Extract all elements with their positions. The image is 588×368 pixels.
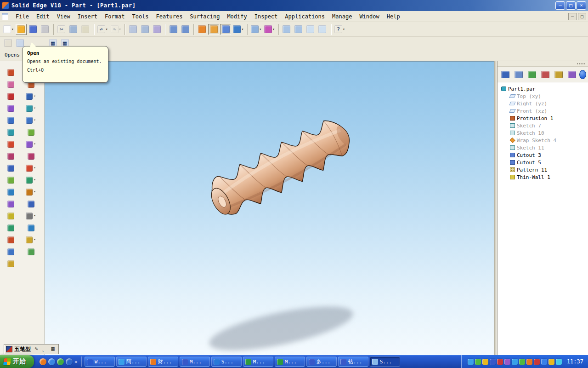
simulation-tab[interactable] (566, 69, 578, 80)
links-button[interactable]: ▾ (139, 24, 150, 35)
construction-button[interactable]: ▾ (24, 210, 38, 221)
task-button[interactable]: 钻... (338, 356, 368, 367)
feature-library-tab[interactable] (553, 69, 565, 80)
tree-item[interactable]: Sketch 7 (510, 122, 587, 129)
clock[interactable]: 11:37 (567, 358, 583, 365)
quick-launch-media-player[interactable] (40, 358, 46, 365)
menu-item[interactable]: View (53, 12, 74, 21)
ime-logo-icon[interactable] (6, 346, 12, 352)
zoom-area-button[interactable]: ▾ (281, 24, 292, 35)
tree-item[interactable]: Top (xy) (510, 92, 587, 100)
zoom-button[interactable]: ▾ (293, 24, 304, 35)
tree-root-item[interactable]: Part1.par (501, 85, 587, 92)
tray-icon-3[interactable] (482, 359, 488, 365)
quick-launch-messenger[interactable] (57, 358, 64, 365)
point-tool-button[interactable]: ▾ (24, 150, 38, 161)
rotate-view-button[interactable]: ▾ (232, 24, 244, 35)
revolved-protrusion-button[interactable]: ▾ (4, 79, 17, 90)
display-options-button[interactable]: ▾ (250, 24, 262, 35)
keyboard-icon[interactable]: ▦ (49, 345, 57, 354)
task-button[interactable]: 阿... (116, 356, 147, 367)
pattern-button[interactable]: ▾ (4, 198, 17, 209)
fillet-tool-button[interactable]: ▾ (24, 162, 38, 173)
loft-button[interactable]: ▾ (4, 246, 17, 257)
sketch-view-button[interactable]: ▾ (196, 24, 207, 35)
rectangle-tool-button[interactable]: ▾ (24, 126, 38, 138)
layers-tab[interactable] (526, 69, 538, 80)
menu-item[interactable]: Window (356, 12, 383, 21)
tree-item[interactable]: Cutout 5 (510, 159, 587, 166)
tray-icon-13[interactable] (556, 359, 562, 365)
task-button[interactable]: 多... (306, 356, 337, 367)
pan-button[interactable]: ▾ (317, 24, 328, 35)
shaded-toggle[interactable]: ▾ (208, 24, 219, 35)
draft-button[interactable]: ▾ (4, 162, 17, 173)
undo-button[interactable]: ↶ ▾ (96, 24, 109, 35)
fit-view-button[interactable]: ▾ (305, 24, 316, 35)
sweep-button[interactable]: ▾ (4, 234, 17, 245)
isometric-view-button[interactable]: ▾ (168, 24, 179, 35)
quick-launch-browser[interactable] (48, 358, 55, 365)
dimetric-view-button[interactable]: ▾ (180, 24, 191, 35)
quick-launch-overflow-icon[interactable]: » (74, 359, 78, 365)
menu-item[interactable]: Modify (223, 12, 250, 21)
menu-item[interactable]: File (12, 12, 33, 21)
select-arrow-button[interactable]: ▾ (2, 37, 13, 48)
tray-icon-8[interactable] (519, 359, 525, 365)
menu-item[interactable]: Surfacing (186, 12, 223, 21)
menu-item[interactable]: Inspect (251, 12, 282, 21)
project-edges-button[interactable]: ▾ (24, 198, 38, 209)
new-button[interactable]: ▾ (2, 24, 15, 35)
revolved-cutout-button[interactable]: ▾ (4, 103, 17, 114)
tree-item[interactable]: Front (xz) (510, 107, 587, 115)
mirror-button[interactable]: ▾ (4, 210, 17, 221)
tree-item[interactable]: Thin-Wall 1 (510, 173, 587, 181)
tree-item[interactable]: Right (yz) (510, 100, 587, 107)
round-button[interactable]: ▾ (4, 138, 17, 150)
cut-button[interactable]: ✂ ▾ (56, 24, 67, 35)
task-button[interactable]: M... (275, 356, 305, 367)
menu-item[interactable]: Edit (33, 12, 53, 21)
start-button[interactable]: 开始 (0, 355, 34, 368)
tree-item[interactable]: Sketch 11 (510, 144, 587, 151)
trim-tool-button[interactable]: ▾ (24, 174, 38, 185)
tree-item[interactable]: Wrap Sketch 4 (510, 137, 587, 144)
tree-item[interactable]: Sketch 10 (510, 129, 587, 137)
quick-launch-desktop[interactable] (66, 358, 73, 365)
task-button[interactable]: M... (180, 356, 210, 367)
paste-button[interactable]: ▾ (80, 24, 91, 35)
help-button[interactable]: ? ▾ (334, 24, 346, 35)
save-button[interactable]: ▾ (28, 24, 39, 35)
mdi-restore-button[interactable]: □ (578, 13, 586, 20)
tray-icon-1[interactable] (468, 359, 474, 365)
task-button[interactable]: M... (243, 356, 273, 367)
tray-icon-7[interactable] (512, 359, 518, 365)
shaded-edges-toggle[interactable]: ▾ (220, 24, 231, 35)
tree-item[interactable]: Protrusion 1 (510, 115, 587, 122)
thread-button[interactable]: ▾ (4, 126, 17, 138)
tray-icon-6[interactable] (504, 359, 510, 365)
3d-viewport[interactable] (45, 61, 494, 355)
menu-item[interactable]: Manage (328, 12, 356, 21)
hole-button[interactable]: ▾ (4, 115, 17, 126)
menu-item[interactable]: Insert (74, 12, 101, 21)
open-button[interactable]: ▾ (16, 24, 27, 35)
menu-item[interactable]: Format (101, 12, 128, 21)
chamfer-button[interactable]: ▾ (4, 150, 17, 161)
mdi-minimize-button[interactable]: – (568, 13, 577, 20)
close-button[interactable]: × (577, 1, 586, 10)
punctuation-icon[interactable]: 、 (41, 345, 48, 354)
line-tool-button[interactable]: ▾ (24, 91, 38, 102)
image-button[interactable]: ▾ (151, 24, 162, 35)
tray-icon-10[interactable] (534, 359, 540, 365)
redo-button[interactable]: ↷ ▾ (110, 24, 122, 35)
offset-tool-button[interactable]: ▾ (24, 186, 38, 197)
menu-item[interactable]: Features (153, 12, 187, 21)
arc-tool-button[interactable]: ▾ (24, 103, 38, 114)
circle-tool-button[interactable]: ▾ (24, 115, 38, 126)
tray-icon-11[interactable] (541, 359, 547, 365)
material-button[interactable]: ▾ (4, 258, 17, 269)
family-of-parts-tab[interactable] (513, 69, 525, 80)
tree-item[interactable]: Cutout 3 (510, 151, 587, 159)
dimension-axis-button[interactable]: ▾ (24, 222, 38, 233)
